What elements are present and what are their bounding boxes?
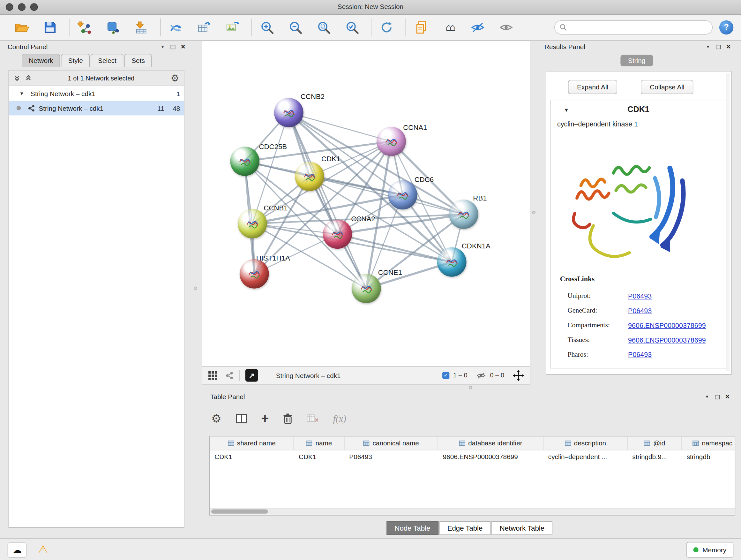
network-node-count: 11 bbox=[157, 105, 164, 112]
gene-disclosure-icon[interactable]: ▼ bbox=[564, 107, 569, 113]
zoom-fit-button[interactable] bbox=[313, 17, 334, 38]
collapse-all-networks-icon[interactable] bbox=[25, 75, 31, 81]
network-collection-row[interactable]: ▼ String Network – cdk1 1 bbox=[9, 86, 184, 101]
results-scrollbar[interactable] bbox=[726, 73, 730, 371]
tab-style[interactable]: Style bbox=[61, 54, 90, 67]
import-network-from-file-button[interactable] bbox=[74, 17, 95, 38]
crosslink-link[interactable]: P06493 bbox=[628, 351, 652, 358]
column-header-database-identifier[interactable]: database identifier bbox=[438, 436, 543, 449]
column-header-shared-name[interactable]: shared name bbox=[210, 436, 294, 449]
column-header-namespac[interactable]: namespac bbox=[682, 436, 735, 449]
table-row[interactable]: CDK1CDK1P064939606.ENSP00000378699cyclin… bbox=[210, 450, 735, 463]
selected-checkbox-icon[interactable]: ✓ bbox=[442, 372, 449, 379]
eye-slash-icon bbox=[471, 22, 485, 33]
gene-section-header[interactable]: ▼ CDK1 bbox=[550, 100, 727, 119]
network-node-ccne1[interactable] bbox=[352, 274, 381, 303]
home-icon: ⌂⌂ bbox=[446, 21, 454, 34]
crosslink-link[interactable]: 9606.ENSP00000378699 bbox=[628, 321, 706, 329]
expand-all-networks-icon[interactable] bbox=[14, 75, 20, 81]
network-node-ccna2[interactable] bbox=[323, 219, 352, 249]
new-table-button[interactable] bbox=[194, 17, 214, 38]
network-node-hist1h1a[interactable] bbox=[240, 259, 269, 289]
column-header-description[interactable]: description bbox=[543, 436, 628, 449]
results-panel-close-icon[interactable]: × bbox=[726, 44, 731, 49]
home-button[interactable]: ⌂⌂ bbox=[439, 17, 460, 38]
zoom-in-button[interactable] bbox=[257, 17, 277, 38]
help-icon: ? bbox=[724, 23, 729, 32]
network-node-cdc25b[interactable] bbox=[230, 146, 259, 176]
expand-all-button[interactable]: Expand All bbox=[568, 80, 617, 94]
tab-string[interactable]: String bbox=[620, 55, 653, 66]
network-node-cdc6[interactable] bbox=[388, 180, 417, 209]
left-splitter-handle[interactable] bbox=[194, 287, 197, 290]
network-node-ccnb2[interactable] bbox=[274, 98, 304, 127]
new-network-button[interactable] bbox=[165, 17, 186, 38]
column-header-canonical-name[interactable]: canonical name bbox=[345, 436, 438, 449]
tab-network-table[interactable]: Network Table bbox=[492, 521, 553, 535]
save-session-button[interactable] bbox=[40, 17, 60, 38]
search-input[interactable] bbox=[570, 23, 708, 31]
move-crosshair-icon[interactable] bbox=[513, 370, 524, 381]
refresh-button[interactable] bbox=[376, 17, 397, 38]
right-splitter-handle[interactable] bbox=[532, 211, 535, 214]
export-image-button[interactable] bbox=[222, 17, 243, 38]
network-node-cdkn1a[interactable] bbox=[437, 247, 467, 277]
crosslinks-heading: CrossLinks bbox=[560, 275, 595, 283]
share-view-icon[interactable] bbox=[225, 371, 233, 380]
results-panel-collapse-icon[interactable]: ▼ bbox=[706, 44, 710, 49]
scrollbar-thumb[interactable] bbox=[211, 509, 268, 513]
hidden-eye-slash-icon[interactable] bbox=[476, 372, 486, 379]
crosslink-link[interactable]: P06493 bbox=[628, 292, 652, 300]
network-node-rb1[interactable] bbox=[449, 199, 478, 229]
tab-node-table[interactable]: Node Table bbox=[387, 521, 438, 535]
show-columns-icon[interactable] bbox=[235, 414, 247, 423]
network-list-gear-icon[interactable]: ⚙ bbox=[171, 73, 179, 83]
tab-edge-table[interactable]: Edge Table bbox=[439, 521, 490, 535]
column-header-label: shared name bbox=[237, 439, 276, 447]
open-session-button[interactable] bbox=[11, 17, 32, 38]
crosslink-link[interactable]: P06493 bbox=[628, 307, 652, 314]
column-header-name[interactable]: name bbox=[294, 436, 344, 449]
function-builder-icon[interactable]: f(x) bbox=[333, 413, 346, 424]
horizontal-splitter-handle[interactable] bbox=[469, 386, 472, 389]
zoom-selected-button[interactable] bbox=[342, 17, 362, 38]
column-header--id[interactable]: @id bbox=[628, 436, 682, 449]
table-panel-close-icon[interactable]: × bbox=[725, 395, 730, 399]
control-panel-float-icon[interactable] bbox=[171, 45, 175, 49]
crosslink-link[interactable]: 9606.ENSP00000378699 bbox=[628, 336, 706, 344]
help-button[interactable]: ? bbox=[719, 20, 733, 35]
network-row[interactable]: String Network – cdk1 11 48 bbox=[9, 101, 184, 116]
clipboard-button[interactable] bbox=[411, 17, 431, 38]
network-view[interactable]: CCNB2CCNA1CDC25BCDK1CDC6RB1CCNB1CCNA2CDK… bbox=[202, 41, 530, 367]
table-panel-float-icon[interactable] bbox=[715, 395, 720, 399]
network-node-ccna1[interactable] bbox=[377, 127, 406, 156]
warning-button[interactable]: ⚠ bbox=[36, 543, 50, 557]
tab-sets[interactable]: Sets bbox=[125, 54, 152, 67]
results-panel-float-icon[interactable] bbox=[716, 45, 721, 49]
network-node-ccnb1[interactable] bbox=[238, 209, 267, 239]
table-settings-gear-icon[interactable]: ⚙ bbox=[211, 413, 221, 424]
zoom-out-button[interactable] bbox=[285, 17, 306, 38]
memory-button[interactable]: Memory bbox=[686, 542, 733, 558]
collapse-all-button[interactable]: Collapse All bbox=[641, 80, 693, 94]
network-node-cdk1[interactable] bbox=[295, 162, 324, 191]
control-panel-collapse-icon[interactable]: ▼ bbox=[160, 44, 165, 49]
grid-view-icon[interactable] bbox=[208, 371, 218, 380]
delete-column-trash-icon[interactable] bbox=[283, 413, 293, 424]
table-panel-collapse-icon[interactable]: ▼ bbox=[705, 395, 709, 399]
table-horizontal-scrollbar[interactable] bbox=[210, 508, 735, 515]
tab-select[interactable]: Select bbox=[91, 54, 124, 67]
collection-disclosure-icon[interactable]: ▼ bbox=[19, 91, 24, 96]
document-copy-icon bbox=[415, 21, 427, 34]
table-panel-header: Table Panel ▼ × bbox=[202, 391, 737, 403]
control-panel-close-icon[interactable]: × bbox=[181, 44, 185, 49]
import-network-from-database-button[interactable] bbox=[103, 17, 123, 38]
hide-graphics-button[interactable] bbox=[468, 17, 488, 38]
cloud-button[interactable]: ☁ bbox=[8, 543, 26, 557]
tab-network[interactable]: Network bbox=[22, 54, 60, 67]
birdseye-view-button[interactable]: ↗ bbox=[246, 369, 258, 382]
column-header-label: name bbox=[315, 439, 332, 447]
show-graphics-button[interactable] bbox=[495, 17, 516, 38]
add-column-icon[interactable]: + bbox=[261, 414, 269, 423]
import-table-from-file-button[interactable] bbox=[131, 17, 151, 38]
